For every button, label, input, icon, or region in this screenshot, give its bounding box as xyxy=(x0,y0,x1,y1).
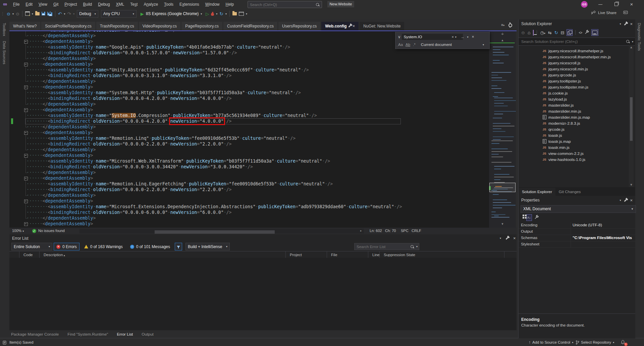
tab-customfieldrepository-cs[interactable]: CustomFieldRepository.cs xyxy=(223,22,277,31)
solution-explorer-scrollbar[interactable]: ▲ ▼ xyxy=(629,45,634,187)
code-line[interactable]: ······</dependentAssembly> xyxy=(26,170,96,175)
tab-pin-icon[interactable] xyxy=(349,22,350,31)
error-list-pin-icon[interactable] xyxy=(506,236,507,241)
property-row[interactable]: EncodingUnicode (UTF-8) xyxy=(519,222,635,229)
fold-collapse-icon[interactable] xyxy=(24,63,28,66)
file-item[interactable]: JSmasterslider.min.js xyxy=(519,108,629,114)
se-scrollbar-thumb[interactable] xyxy=(630,97,633,141)
toolbar-overflow-icon[interactable]: ▾ xyxy=(246,12,247,15)
property-row[interactable]: Output xyxy=(519,228,635,235)
avatar[interactable]: GS xyxy=(581,1,588,8)
quick-search-box[interactable] xyxy=(248,1,322,8)
solution-explorer-window-menu-icon[interactable]: ▾ xyxy=(620,22,621,25)
navigate-back-dropdown-icon[interactable]: ▾ xyxy=(12,12,14,15)
code-line[interactable]: ······<dependentAssembly> xyxy=(26,84,93,90)
error-list-close-icon[interactable]: × xyxy=(513,236,516,241)
file-item[interactable]: JSjquery.nicescroll.iframehelper.min.js xyxy=(519,54,629,60)
code-line[interactable]: ········<bindingRedirect·oldVersion="0.0… xyxy=(26,96,232,101)
menu-item-debug[interactable]: Debug xyxy=(95,0,113,9)
se-search-dropdown-icon[interactable]: ▾ xyxy=(632,40,633,43)
column-indicator[interactable]: Ch: 70 xyxy=(385,229,396,233)
file-item[interactable]: JSmodernizr-2.8.3.js xyxy=(519,120,629,126)
fold-collapse-icon[interactable] xyxy=(24,131,28,135)
props-categorized-icon[interactable] xyxy=(521,215,524,221)
open-folder-icon[interactable] xyxy=(35,11,40,16)
file-item[interactable]: toastr.js.map xyxy=(519,138,629,145)
tab-web-config[interactable]: Web.config× xyxy=(321,22,359,31)
horizontal-scrollbar-thumb[interactable] xyxy=(155,230,275,234)
code-line[interactable]: ········<bindingRedirect·oldVersion="0.0… xyxy=(26,50,237,56)
menu-item-tools[interactable]: Tools xyxy=(161,0,176,9)
add-to-source-control-button[interactable]: ↑ Add to Source Control ▴ xyxy=(529,338,573,346)
find-next-icon[interactable]: → xyxy=(461,35,465,39)
code-line[interactable]: ······</dependentAssembly> xyxy=(26,192,96,198)
property-value[interactable]: Unicode (UTF-8) xyxy=(573,222,633,228)
error-col-suppression-state[interactable]: Suppression State xyxy=(380,251,504,258)
find-clear-icon[interactable]: × xyxy=(451,35,453,39)
menu-item-view[interactable]: View xyxy=(36,0,50,9)
code-line[interactable]: ········<assemblyIdentity·name="Microsof… xyxy=(26,158,330,164)
select-repository-button[interactable]: Select Repository ▴ xyxy=(576,338,614,346)
hscroll-right-icon[interactable]: ▸ xyxy=(360,229,362,232)
find-scope-dropdown[interactable]: Current document xyxy=(421,43,452,47)
start-without-debug-icon[interactable]: ▷ xyxy=(206,11,209,16)
warnings-filter-button[interactable]: 0 of 163 Warnings xyxy=(82,243,125,250)
navigate-back-icon[interactable]: ⊖ xyxy=(7,11,10,16)
code-line[interactable]: ········<assemblyIdentity·name="System.N… xyxy=(26,90,301,96)
se-back-icon[interactable]: ⊖ xyxy=(521,30,525,35)
error-col-indicator[interactable] xyxy=(9,251,19,258)
file-item[interactable]: JSjquery.tooltipster.min.js xyxy=(519,84,629,90)
se-scroll-up-icon[interactable]: ▲ xyxy=(629,46,634,49)
run-target-dropdown-icon[interactable]: ▾ xyxy=(201,12,202,15)
error-scope-dropdown[interactable]: Entire Solution▾ xyxy=(11,243,52,250)
file-item[interactable]: JSlazyload.js xyxy=(519,96,629,102)
code-line[interactable]: ········<bindingRedirect·oldVersion="0.0… xyxy=(26,73,232,78)
restart-dropdown-icon[interactable]: ▾ xyxy=(225,12,227,15)
se-sync-icon[interactable]: ⇆ xyxy=(548,30,552,35)
code-line[interactable]: ········<bindingRedirect·oldVersion="0.0… xyxy=(26,187,232,192)
redo-dropdown-icon[interactable]: ▾ xyxy=(73,12,74,15)
code-line[interactable]: ········<assemblyIdentity·name="Microsof… xyxy=(26,204,402,210)
code-line[interactable]: ······<dependentAssembly> xyxy=(26,221,93,227)
fold-collapse-icon[interactable] xyxy=(24,40,28,44)
solution-explorer-search-box[interactable]: ▾ xyxy=(519,38,635,46)
undo-dropdown-icon[interactable]: ▾ xyxy=(64,12,65,15)
fold-collapse-icon[interactable] xyxy=(24,85,28,89)
quick-search-input[interactable] xyxy=(248,3,316,7)
error-col-description[interactable]: Description ▴ xyxy=(40,251,286,258)
props-alphabetical-icon[interactable]: A↓ xyxy=(526,214,532,221)
find-in-files-icon[interactable] xyxy=(232,11,237,16)
menu-item-test[interactable]: Test xyxy=(127,0,141,9)
save-all-icon[interactable] xyxy=(47,11,52,16)
sidebar-tab-toolbox[interactable]: Toolbox xyxy=(0,23,6,36)
find-expand-chevron-icon[interactable]: ∨ xyxy=(398,35,400,39)
fold-collapse-icon[interactable] xyxy=(24,222,28,226)
code-line[interactable]: ········<bindingRedirect·oldVersion="0.0… xyxy=(26,210,232,215)
error-col-project[interactable]: Project xyxy=(286,251,327,258)
match-word-toggle[interactable]: Ab xyxy=(406,43,410,47)
error-col-code[interactable]: Code xyxy=(19,251,40,258)
scroll-down-icon[interactable]: ▼ xyxy=(489,222,516,226)
feedback-icon[interactable] xyxy=(623,11,628,15)
errors-filter-button[interactable]: ✕0 Errors xyxy=(54,243,79,250)
editor-minimap-scrollbar[interactable]: ÷ ▲ ▼ xyxy=(489,31,516,228)
menu-item-window[interactable]: Window xyxy=(202,0,223,9)
error-list-window-menu-icon[interactable]: ▾ xyxy=(500,237,501,240)
minimap-viewport-indicator[interactable] xyxy=(489,183,516,192)
editor-split-handle-icon[interactable]: ÷ xyxy=(489,32,516,37)
property-row[interactable]: Stylesheet xyxy=(519,241,635,248)
fold-collapse-icon[interactable] xyxy=(24,154,28,158)
health-check-icon[interactable]: ✓ xyxy=(32,229,36,233)
code-line[interactable]: ······<dependentAssembly> xyxy=(26,198,93,204)
horizontal-scrollbar[interactable] xyxy=(79,229,364,233)
menu-item-build[interactable]: Build xyxy=(80,0,95,9)
se-home-icon[interactable]: ⌂ xyxy=(528,30,530,35)
se-refresh-icon[interactable]: ↻ xyxy=(554,30,558,35)
se-collapse-all-icon[interactable]: ⊟ xyxy=(561,30,565,35)
file-item[interactable]: JSjquery.tooltipster.js xyxy=(519,78,629,84)
menu-item-xml[interactable]: XML xyxy=(113,0,127,9)
menu-item-edit[interactable]: Edit xyxy=(22,0,36,9)
file-item[interactable]: JSjs.cookie.js xyxy=(519,90,629,96)
redo-icon[interactable]: ↷ xyxy=(67,11,71,16)
code-line[interactable]: ······<dependentAssembly> xyxy=(26,107,93,113)
